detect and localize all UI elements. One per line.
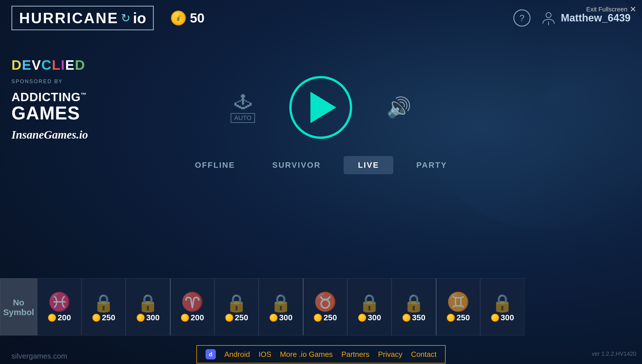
addicting-games-logo: ADDICTING™ GAMES: [11, 90, 88, 122]
devclied-logo: DEVCLIED: [11, 57, 88, 73]
coins-display: 💰 50: [171, 10, 204, 26]
symbol-lock-300a[interactable]: 🔒 300: [126, 278, 170, 335]
silvergames-link: silvergames.com: [11, 352, 67, 361]
price-value: 300: [501, 313, 514, 322]
tab-party[interactable]: PARTY: [402, 156, 461, 174]
symbol-price-300b: 300: [270, 313, 293, 322]
insanegames-logo: InsaneGames.io: [11, 128, 88, 141]
symbol-price-300c: 300: [358, 313, 381, 322]
sponsored-by-label: SPONSORED BY: [11, 79, 88, 85]
symbol-lock-300c[interactable]: 🔒 300: [347, 278, 392, 335]
symbol-aries[interactable]: ♈ 200: [170, 278, 214, 335]
help-button[interactable]: ?: [513, 9, 531, 27]
price-coin-icon: [48, 314, 56, 322]
logo-hurricane: HURRICANE: [19, 9, 119, 27]
price-value: 200: [58, 313, 71, 322]
mode-tabs: OFFLINE SURVIVOR LIVE PARTY: [181, 156, 462, 174]
play-button[interactable]: [289, 76, 352, 139]
profile-icon-wrap: [541, 10, 556, 26]
gemini-glyph: ♊: [447, 293, 470, 311]
discord-icon[interactable]: d: [206, 349, 216, 359]
price-value: 200: [191, 313, 204, 322]
footer-link-privacy[interactable]: Privacy: [378, 350, 402, 359]
question-mark-icon: ?: [519, 13, 525, 23]
lock-icon: 🔒: [270, 293, 292, 313]
symbol-lock-350[interactable]: 🔒 350: [392, 278, 436, 335]
addicting-text: ADDICTING: [11, 90, 81, 104]
price-coin-icon: [358, 314, 366, 322]
auto-label: AUTO: [231, 113, 255, 123]
symbols-row: NoSymbol ♓ 200 🔒 250 🔒 300 ♈: [0, 278, 642, 335]
price-coin-icon: [92, 314, 100, 322]
lock-icon: 🔒: [492, 293, 513, 313]
aries-glyph: ♈: [181, 293, 204, 311]
game-logo: HURRICANE ↻ io: [11, 6, 154, 30]
sound-button[interactable]: 🔊: [386, 96, 411, 119]
lock-icon: 🔒: [226, 293, 247, 313]
price-value: 350: [412, 313, 426, 322]
play-triangle-icon: [310, 92, 336, 123]
price-coin-icon: [181, 314, 189, 322]
price-value: 250: [235, 313, 248, 322]
games-text: GAMES: [11, 104, 88, 122]
tab-live[interactable]: LIVE: [344, 156, 393, 174]
symbol-lock-250b[interactable]: 🔒 250: [214, 278, 259, 335]
sound-icon: 🔊: [386, 96, 411, 119]
symbol-price-250a: 250: [92, 313, 115, 322]
lock-icon: 🔒: [359, 293, 380, 313]
lock-icon: 🔒: [137, 293, 159, 313]
symbol-lock-250a[interactable]: 🔒 250: [81, 278, 126, 335]
symbol-price-250d: 250: [447, 313, 470, 322]
price-value: 250: [324, 313, 337, 322]
no-symbol-label: NoSymbol: [3, 298, 34, 317]
auto-button[interactable]: 🕹 AUTO: [231, 92, 255, 123]
exit-fullscreen-button[interactable]: Exit Fullscreen ✕: [586, 5, 636, 14]
left-panel: DEVCLIED SPONSORED BY ADDICTING™ GAMES I…: [11, 57, 88, 141]
symbol-price-300a: 300: [137, 313, 160, 322]
tab-survivor[interactable]: SURVIVOR: [258, 156, 335, 174]
svg-point-0: [546, 13, 551, 18]
symbol-price-300d: 300: [491, 313, 514, 322]
coin-count: 50: [190, 10, 204, 26]
coin-icon: 💰: [171, 11, 186, 25]
lock-icon: 🔒: [403, 293, 424, 313]
price-coin-icon: [447, 314, 455, 322]
symbol-lock-300d[interactable]: 🔒 300: [480, 278, 525, 335]
symbol-price-250b: 250: [225, 313, 248, 322]
symbol-gemini[interactable]: ♊ 250: [436, 278, 480, 335]
price-coin-icon: [314, 314, 322, 322]
footer-link-partners[interactable]: Partners: [341, 350, 369, 359]
exit-fullscreen-label: Exit Fullscreen: [586, 6, 627, 13]
price-coin-icon: [491, 314, 499, 322]
game-controls: 🕹 AUTO 🔊: [231, 76, 411, 139]
price-coin-icon: [137, 314, 145, 322]
symbol-price-250c: 250: [314, 313, 337, 322]
lock-icon: 🔒: [93, 293, 114, 313]
price-value: 250: [102, 313, 115, 322]
price-value: 300: [368, 313, 381, 322]
symbol-price-200b: 200: [181, 313, 204, 322]
price-value: 300: [146, 313, 160, 322]
version-label: ver 1.2.2.HV1420: [592, 351, 636, 357]
symbol-no-symbol[interactable]: NoSymbol: [0, 278, 37, 335]
footer-link-android[interactable]: Android: [224, 350, 250, 359]
symbol-taurus[interactable]: ♉ 250: [303, 278, 347, 335]
center-section: 🕹 AUTO 🔊 OFFLINE SURVIVOR LIVE PARTY: [0, 53, 642, 174]
auto-joystick-icon: 🕹: [234, 92, 252, 112]
symbol-lock-300b[interactable]: 🔒 300: [259, 278, 303, 335]
symbol-price-200: 200: [48, 313, 71, 322]
footer-link-more-io[interactable]: More .io Games: [280, 350, 333, 359]
footer-link-contact[interactable]: Contact: [411, 350, 437, 359]
price-coin-icon: [402, 314, 410, 322]
price-value: 300: [279, 313, 293, 322]
pisces-glyph: ♓: [48, 293, 71, 311]
taurus-glyph: ♉: [314, 293, 337, 311]
logo-io: io: [133, 9, 146, 27]
swirl-icon: ↻: [121, 11, 131, 25]
symbol-pisces[interactable]: ♓ 200: [37, 278, 81, 335]
profile-icon: [541, 11, 556, 25]
tab-offline[interactable]: OFFLINE: [181, 156, 250, 174]
bottom-bar: silvergames.com d Android IOS More .io G…: [0, 345, 642, 364]
footer-link-ios[interactable]: IOS: [258, 350, 271, 359]
top-bar: HURRICANE ↻ io 💰 50 ? Matthew_6439: [0, 0, 642, 36]
